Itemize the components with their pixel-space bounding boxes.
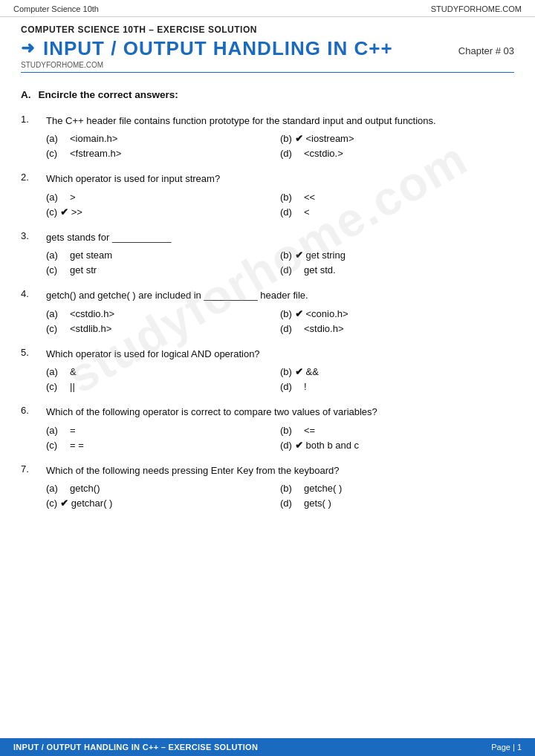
option-text: || — [70, 381, 75, 392]
option-5-(c): (c)|| — [46, 380, 280, 393]
option-2-(d): (d)< — [280, 206, 514, 218]
question-row-4: 4.getch() and getche( ) are included in … — [21, 288, 514, 303]
question-row-2: 2.Which operator is used for input strea… — [21, 172, 514, 186]
options-grid-7: (a)getch()(b)getche( )(c) ✔getchar( )(d)… — [46, 482, 514, 509]
option-1-(d): (d)<cstdio.> — [280, 147, 514, 160]
option-2-(b): (b)<< — [280, 191, 514, 203]
question-text-4: getch() and getche( ) are included in __… — [46, 288, 514, 303]
option-label: (d) — [280, 498, 301, 509]
option-label: (a) — [46, 133, 67, 144]
option-6-(c): (c)= = — [46, 439, 280, 452]
questions-container: 1.The C++ header file contains function … — [21, 114, 514, 510]
question-block-4: 4.getch() and getche( ) are included in … — [21, 288, 514, 335]
question-num-2: 2. — [21, 172, 37, 186]
doc-title: COMPUTER SCIENCE 10TH – EXERCISE SOLUTIO… — [21, 25, 514, 35]
top-bar-right: STUDYFORHOME.COM — [431, 4, 522, 13]
option-1-(a): (a)<iomain.h> — [46, 132, 280, 145]
option-7-(d): (d)gets( ) — [280, 497, 514, 509]
question-num-5: 5. — [21, 347, 37, 362]
chapter-title: INPUT / OUTPUT HANDLING IN C++ — [43, 38, 393, 59]
option-label: (c) — [46, 148, 67, 159]
option-label: (c) — [46, 323, 67, 334]
question-block-6: 6.Which of the following operator is cor… — [21, 405, 514, 452]
option-text: ! — [304, 381, 307, 392]
option-text: getchar( ) — [71, 498, 113, 509]
question-row-3: 3.gets stands for ___________ — [21, 230, 514, 245]
option-3-(d): (d)get std. — [280, 264, 514, 276]
option-label: (c) — [46, 440, 67, 451]
question-block-2: 2.Which operator is used for input strea… — [21, 172, 514, 218]
option-text: = — [70, 425, 76, 436]
option-text: getche( ) — [304, 483, 342, 494]
option-text: get str — [70, 264, 97, 276]
option-text: & — [70, 366, 77, 377]
question-block-7: 7.Which of the following needs pressing … — [21, 463, 514, 510]
question-text-7: Which of the following needs pressing En… — [46, 463, 514, 478]
option-text: get steam — [70, 250, 112, 261]
option-text: <iomain.h> — [70, 133, 117, 144]
option-text: && — [306, 366, 319, 377]
option-3-(a): (a)get steam — [46, 249, 280, 261]
option-5-(d): (d)! — [280, 380, 514, 393]
option-label: (b) — [280, 483, 301, 494]
question-text-5: Which operator is used for logical AND o… — [46, 347, 514, 362]
question-num-4: 4. — [21, 288, 37, 303]
question-block-1: 1.The C++ header file contains function … — [21, 114, 514, 160]
option-4-(b): (b) ✔<conio.h> — [280, 307, 514, 320]
option-label: (c) ✔ — [46, 206, 68, 218]
options-grid-1: (a)<iomain.h>(b) ✔<iostream>(c)<fstream.… — [46, 132, 514, 160]
option-label: (b) ✔ — [280, 133, 303, 144]
option-text: <stdlib.h> — [70, 323, 111, 334]
option-label: (d) — [280, 206, 301, 218]
option-4-(d): (d)<stdio.h> — [280, 322, 514, 335]
question-text-3: gets stands for ___________ — [46, 230, 514, 245]
option-2-(c): (c) ✔>> — [46, 206, 280, 218]
question-row-6: 6.Which of the following operator is cor… — [21, 405, 514, 420]
top-bar: Computer Science 10th STUDYFORHOME.COM — [0, 0, 535, 17]
option-label: (a) — [46, 308, 67, 319]
option-text: get std. — [304, 264, 336, 276]
option-label: (c) — [46, 264, 67, 276]
option-text: = = — [70, 440, 84, 451]
option-text: gets( ) — [304, 498, 331, 509]
arrow-icon: ➜ — [21, 39, 34, 58]
option-label: (d) ✔ — [280, 440, 303, 451]
option-text: get string — [306, 250, 346, 261]
site-url: STUDYFORHOME.COM — [21, 61, 514, 73]
chapter-number: Chapter # 03 — [458, 45, 514, 59]
top-bar-left: Computer Science 10th — [13, 4, 99, 13]
question-num-6: 6. — [21, 405, 37, 420]
option-text: << — [304, 192, 315, 203]
option-6-(a): (a)= — [46, 424, 280, 437]
option-3-(b): (b) ✔get string — [280, 249, 514, 261]
option-text: <fstream.h> — [70, 148, 121, 159]
option-text: < — [304, 206, 310, 218]
option-label: (c) ✔ — [46, 498, 68, 509]
option-3-(c): (c)get str — [46, 264, 280, 276]
chapter-heading-row: ➜ INPUT / OUTPUT HANDLING IN C++ Chapter… — [21, 38, 514, 59]
option-label: (a) — [46, 192, 67, 203]
option-1-(c): (c)<fstream.h> — [46, 147, 280, 160]
footer-right: Page | 1 — [491, 743, 522, 752]
section-heading: Encircle the correct answers: — [39, 89, 178, 100]
option-text: >> — [71, 206, 82, 218]
option-label: (a) — [46, 483, 67, 494]
question-num-1: 1. — [21, 114, 37, 128]
option-5-(b): (b) ✔&& — [280, 365, 514, 378]
options-grid-3: (a)get steam(b) ✔get string(c)get str(d)… — [46, 249, 514, 276]
option-label: (a) — [46, 366, 67, 377]
option-label: (b) ✔ — [280, 308, 303, 319]
question-row-7: 7.Which of the following needs pressing … — [21, 463, 514, 478]
option-label: (b) ✔ — [280, 250, 303, 261]
option-label: (a) — [46, 425, 67, 436]
option-text: getch() — [70, 483, 100, 494]
chapter-heading-left: ➜ INPUT / OUTPUT HANDLING IN C++ — [21, 38, 393, 59]
option-label: (d) — [280, 323, 301, 334]
option-label: (b) — [280, 425, 301, 436]
question-text-2: Which operator is used for input stream? — [46, 172, 514, 186]
option-2-(a): (a)> — [46, 191, 280, 203]
main-content: studyforhome.com COMPUTER SCIENCE 10TH –… — [0, 17, 535, 566]
option-label: (d) — [280, 148, 301, 159]
option-1-(b): (b) ✔<iostream> — [280, 132, 514, 145]
option-7-(c): (c) ✔getchar( ) — [46, 497, 280, 509]
